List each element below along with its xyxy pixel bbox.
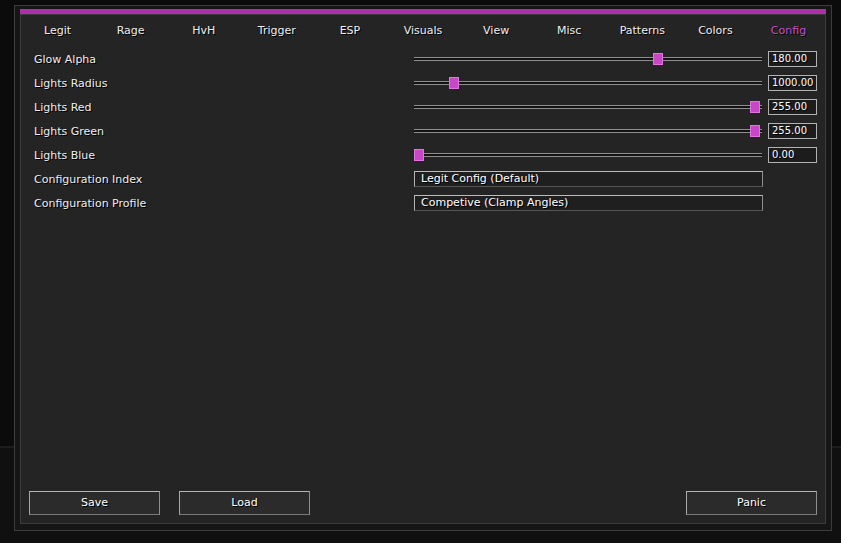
tab-hvh[interactable]: HvH <box>167 15 240 45</box>
tab-visuals[interactable]: Visuals <box>386 15 459 45</box>
lights-green-slider-track[interactable] <box>414 129 762 133</box>
slider-label: Glow Alpha <box>34 53 414 66</box>
lights-radius-slider-handle[interactable] <box>449 77 459 89</box>
tab-view[interactable]: View <box>460 15 533 45</box>
slider-row-lights-green: Lights Green 255.00 <box>21 119 825 143</box>
slider-control: 255.00 <box>414 123 817 139</box>
lights-blue-slider-handle[interactable] <box>414 149 424 161</box>
slider-label: Lights Blue <box>34 149 414 162</box>
lights-radius-slider-track[interactable] <box>414 81 762 85</box>
slider-control: 255.00 <box>414 99 817 115</box>
menu-panel: Legit Rage HvH Trigger ESP Visuals View … <box>20 14 826 524</box>
tab-trigger[interactable]: Trigger <box>240 15 313 45</box>
configuration-profile-dropdown[interactable]: Competive (Clamp Angles) <box>414 195 763 211</box>
glow-alpha-slider-track[interactable] <box>414 57 762 61</box>
tab-bar: Legit Rage HvH Trigger ESP Visuals View … <box>21 15 825 45</box>
tab-colors[interactable]: Colors <box>679 15 752 45</box>
save-button[interactable]: Save <box>29 491 160 515</box>
slider-control: 0.00 <box>414 147 817 163</box>
slider-row-lights-red: Lights Red 255.00 <box>21 95 825 119</box>
panic-button[interactable]: Panic <box>686 491 817 515</box>
dropdown-label: Configuration Index <box>34 173 414 186</box>
tab-patterns[interactable]: Patterns <box>606 15 679 45</box>
dropdown-control: Competive (Clamp Angles) <box>414 195 817 211</box>
lights-red-value-box[interactable]: 255.00 <box>768 99 817 115</box>
tab-config[interactable]: Config <box>752 15 825 45</box>
configuration-index-dropdown[interactable]: Legit Config (Default) <box>414 171 763 187</box>
tab-misc[interactable]: Misc <box>533 15 606 45</box>
slider-label: Lights Red <box>34 101 414 114</box>
lights-radius-value-box[interactable]: 1000.00 <box>768 75 817 91</box>
load-button[interactable]: Load <box>179 491 310 515</box>
cheat-menu-window: Legit Rage HvH Trigger ESP Visuals View … <box>14 5 832 531</box>
slider-control: 1000.00 <box>414 75 817 91</box>
slider-label: Lights Radius <box>34 77 414 90</box>
glow-alpha-value-box[interactable]: 180.00 <box>768 51 817 67</box>
dropdown-control: Legit Config (Default) <box>414 171 817 187</box>
tab-rage[interactable]: Rage <box>94 15 167 45</box>
bottom-button-bar: Save Load Panic <box>29 491 817 516</box>
lights-blue-slider-track[interactable] <box>414 153 762 157</box>
dropdown-row-configuration-profile: Configuration Profile Competive (Clamp A… <box>21 191 825 215</box>
settings-rows: Glow Alpha 180.00 Lights Radius 1000.00 <box>21 47 825 215</box>
lights-red-slider-handle[interactable] <box>750 101 760 113</box>
dropdown-label: Configuration Profile <box>34 197 414 210</box>
tab-legit[interactable]: Legit <box>21 15 94 45</box>
slider-row-lights-blue: Lights Blue 0.00 <box>21 143 825 167</box>
lights-green-slider-handle[interactable] <box>750 125 760 137</box>
slider-control: 180.00 <box>414 51 817 67</box>
dropdown-row-configuration-index: Configuration Index Legit Config (Defaul… <box>21 167 825 191</box>
slider-row-glow-alpha: Glow Alpha 180.00 <box>21 47 825 71</box>
lights-red-slider-track[interactable] <box>414 105 762 109</box>
lights-green-value-box[interactable]: 255.00 <box>768 123 817 139</box>
lights-blue-value-box[interactable]: 0.00 <box>768 147 817 163</box>
slider-label: Lights Green <box>34 125 414 138</box>
slider-row-lights-radius: Lights Radius 1000.00 <box>21 71 825 95</box>
tab-esp[interactable]: ESP <box>313 15 386 45</box>
glow-alpha-slider-handle[interactable] <box>653 53 663 65</box>
